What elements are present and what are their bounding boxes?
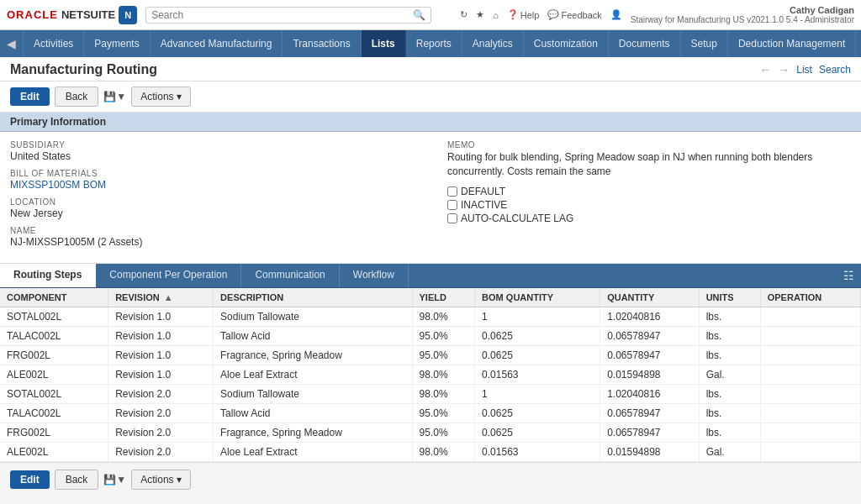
auto-calc-checkbox-input[interactable] bbox=[447, 213, 457, 223]
table-body: SOTAL002LRevision 1.0Sodium Tallowate98.… bbox=[0, 307, 861, 462]
cell-component[interactable]: TALAC002L bbox=[0, 327, 108, 346]
logo-icon: N bbox=[119, 6, 137, 24]
nav-deduction-management[interactable]: Deduction Management bbox=[728, 30, 856, 57]
default-checkbox[interactable]: DEFAULT bbox=[447, 186, 851, 197]
bottom-edit-button[interactable]: Edit bbox=[10, 470, 50, 489]
cell-component[interactable]: TALAC002L bbox=[0, 404, 108, 423]
checkbox-group: DEFAULT INACTIVE AUTO-CALCULATE LAG bbox=[447, 186, 851, 224]
memo-field: MEMO Routing for bulk blending, Spring M… bbox=[447, 140, 851, 179]
nav-documents[interactable]: Documents bbox=[609, 30, 681, 57]
cell-bom_qty: 0.01563 bbox=[475, 443, 600, 462]
edit-button[interactable]: Edit bbox=[10, 87, 50, 106]
help-button[interactable]: ❓ Help bbox=[507, 9, 540, 20]
auto-calc-checkbox[interactable]: AUTO-CALCULATE LAG bbox=[447, 213, 851, 224]
nav-back-icon[interactable]: ◀ bbox=[0, 30, 24, 57]
col-description: DESCRIPTION bbox=[214, 288, 412, 307]
cell-bom_qty: 0.01563 bbox=[475, 365, 600, 385]
cell-component[interactable]: ALE002L bbox=[0, 365, 108, 385]
section-header: Primary Information bbox=[0, 113, 861, 132]
nav-advanced-manufacturing[interactable]: Advanced Manufacturing bbox=[151, 30, 283, 57]
cell-revision: Revision 1.0 bbox=[108, 346, 214, 365]
cell-operation bbox=[760, 346, 860, 365]
cell-quantity: 0.01594898 bbox=[600, 443, 700, 462]
list-link[interactable]: List bbox=[796, 64, 812, 76]
search-bar[interactable]: 🔍 bbox=[145, 7, 431, 24]
cell-revision: Revision 1.0 bbox=[108, 365, 214, 385]
tab-component-per-operation[interactable]: Component Per Operation bbox=[96, 264, 241, 287]
cell-component[interactable]: SOTAL002L bbox=[0, 307, 108, 327]
cell-component[interactable]: ALE002L bbox=[0, 443, 108, 462]
cell-component[interactable]: FRG002L bbox=[0, 346, 108, 365]
cell-operation bbox=[760, 423, 860, 443]
user-name: Cathy Cadigan bbox=[631, 5, 854, 15]
logo-netsuite: NETSUITE bbox=[61, 8, 115, 21]
user-sub: Stairway for Manufacturing US v2021.1.0 … bbox=[631, 15, 854, 24]
logo-oracle: ORACLE bbox=[7, 8, 58, 21]
cell-revision: Revision 1.0 bbox=[108, 307, 214, 327]
cell-operation bbox=[760, 404, 860, 423]
auto-calc-label: AUTO-CALCULATE LAG bbox=[461, 213, 573, 224]
cell-quantity: 0.01594898 bbox=[600, 365, 700, 385]
save-icon[interactable]: 💾▼ bbox=[103, 91, 126, 102]
subsidiary-field: SUBSIDIARY United States bbox=[10, 140, 414, 162]
history-icon[interactable]: ↻ bbox=[460, 9, 467, 20]
inactive-checkbox[interactable]: INACTIVE bbox=[447, 199, 851, 211]
data-table: COMPONENT REVISION ▲ DESCRIPTION YIELD B… bbox=[0, 288, 861, 462]
feedback-button[interactable]: 💬 Feedback bbox=[547, 9, 601, 20]
cell-operation bbox=[760, 443, 860, 462]
tabs-grid-icon[interactable]: ☷ bbox=[837, 264, 861, 287]
cell-yield: 95.0% bbox=[412, 423, 475, 443]
cell-component[interactable]: FRG002L bbox=[0, 423, 108, 443]
bottom-save-icon[interactable]: 💾▼ bbox=[103, 474, 126, 486]
home-icon[interactable]: ⌂ bbox=[493, 10, 499, 20]
col-units: UNITS bbox=[699, 288, 760, 307]
tabs-bar: Routing Steps Component Per Operation Co… bbox=[0, 264, 861, 288]
page-title: Manufacturing Routing bbox=[10, 62, 157, 77]
info-left: SUBSIDIARY United States BILL OF MATERIA… bbox=[10, 140, 430, 255]
cell-description: Sodium Tallowate bbox=[214, 385, 412, 404]
nav-lists[interactable]: Lists bbox=[362, 30, 406, 57]
logo: ORACLE NETSUITE N bbox=[7, 6, 137, 24]
cell-units: lbs. bbox=[699, 327, 760, 346]
top-bar: ORACLE NETSUITE N 🔍 ↻ ★ ⌂ ❓ Help 💬 Feedb… bbox=[0, 0, 861, 30]
bottom-back-button[interactable]: Back bbox=[55, 470, 99, 490]
cell-revision: Revision 2.0 bbox=[108, 404, 214, 423]
bom-field: BILL OF MATERIALS MIXSSP100SM BOM bbox=[10, 169, 414, 191]
nav-activities[interactable]: Activities bbox=[24, 30, 84, 57]
cell-yield: 95.0% bbox=[412, 327, 475, 346]
cell-bom_qty: 1 bbox=[475, 385, 600, 404]
col-quantity: QUANTITY bbox=[600, 288, 700, 307]
search-input[interactable] bbox=[151, 9, 413, 21]
tab-routing-steps[interactable]: Routing Steps bbox=[0, 264, 96, 287]
default-checkbox-input[interactable] bbox=[447, 186, 457, 197]
tab-communication[interactable]: Communication bbox=[241, 264, 339, 287]
prev-arrow[interactable]: ← bbox=[759, 63, 771, 76]
bom-value[interactable]: MIXSSP100SM BOM bbox=[10, 179, 414, 191]
nav-setup[interactable]: Setup bbox=[681, 30, 728, 57]
cell-component[interactable]: SOTAL002L bbox=[0, 385, 108, 404]
nav-transactions[interactable]: Transactions bbox=[283, 30, 361, 57]
cell-description: Fragrance, Spring Meadow bbox=[214, 423, 412, 443]
nav-analytics[interactable]: Analytics bbox=[462, 30, 524, 57]
search-link[interactable]: Search bbox=[819, 64, 851, 76]
location-label: LOCATION bbox=[10, 197, 414, 207]
nav-customization[interactable]: Customization bbox=[524, 30, 609, 57]
back-button[interactable]: Back bbox=[55, 87, 99, 107]
cell-bom_qty: 0.0625 bbox=[475, 423, 600, 443]
bottom-actions-button[interactable]: Actions ▾ bbox=[131, 470, 191, 490]
next-arrow[interactable]: → bbox=[778, 63, 790, 76]
memo-label: MEMO bbox=[447, 140, 851, 150]
inactive-checkbox-input[interactable] bbox=[447, 200, 457, 210]
tab-workflow[interactable]: Workflow bbox=[340, 264, 409, 287]
nav-payments[interactable]: Payments bbox=[84, 30, 150, 57]
nav-quality[interactable]: Quality bbox=[856, 30, 861, 57]
actions-button[interactable]: Actions ▾ bbox=[131, 87, 191, 107]
table-row: ALE002LRevision 2.0Aloe Leaf Extract98.0… bbox=[0, 443, 861, 462]
cell-yield: 98.0% bbox=[412, 443, 475, 462]
cell-description: Tallow Acid bbox=[214, 327, 412, 346]
cell-description: Sodium Tallowate bbox=[214, 307, 412, 327]
bom-label: BILL OF MATERIALS bbox=[10, 169, 414, 178]
info-right: MEMO Routing for bulk blending, Spring M… bbox=[430, 140, 851, 255]
nav-reports[interactable]: Reports bbox=[406, 30, 462, 57]
star-icon[interactable]: ★ bbox=[476, 9, 484, 20]
